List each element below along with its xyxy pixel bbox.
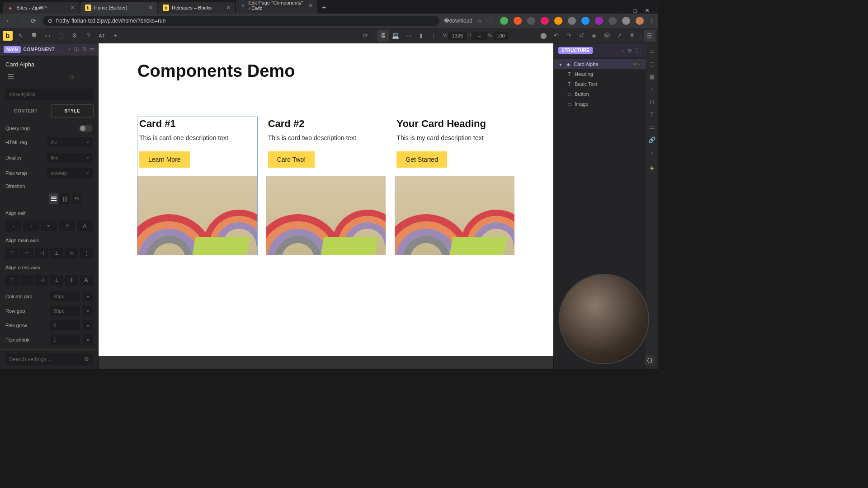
- aligncross-button[interactable]: ⊤: [5, 275, 19, 286]
- wordpress-icon[interactable]: ⓦ: [601, 30, 613, 42]
- tree-image[interactable]: ▭Image: [554, 99, 646, 109]
- laptop-icon[interactable]: 💻: [390, 30, 401, 42]
- card-button[interactable]: Card Two!: [268, 151, 315, 168]
- card-1[interactable]: Card #1 This is card one description tex…: [137, 117, 257, 255]
- desktop-icon[interactable]: 🖥: [377, 30, 389, 42]
- ext-icon[interactable]: [581, 17, 590, 25]
- tab-releases[interactable]: bReleases – Bricks✕: [158, 2, 235, 14]
- ext-icon[interactable]: [609, 17, 617, 25]
- alignmain-button[interactable]: ⋮: [80, 248, 93, 258]
- bookmark-icon[interactable]: ⬤: [538, 30, 549, 42]
- minimize-icon[interactable]: —: [619, 8, 624, 14]
- unit-icon[interactable]: ▾: [83, 291, 93, 301]
- alignself-button[interactable]: ⫠: [5, 221, 21, 231]
- settings-icon[interactable]: ⚙: [69, 30, 80, 42]
- tab-zipwp[interactable]: ◈Sites - ZipWP✕: [3, 2, 80, 14]
- code-braces-icon[interactable]: { }: [645, 355, 655, 365]
- expand-icon[interactable]: ⛶: [636, 47, 641, 54]
- chevron-down-icon[interactable]: ▾: [557, 62, 563, 67]
- direction-row-button[interactable]: |||: [60, 193, 70, 204]
- aligncross-button[interactable]: ⊥: [50, 275, 63, 286]
- unit-icon[interactable]: ▾: [83, 335, 93, 345]
- style-tab[interactable]: STYLE: [51, 104, 94, 117]
- close-icon[interactable]: ✕: [226, 5, 231, 11]
- card-button[interactable]: Get Started: [396, 151, 447, 168]
- export-icon[interactable]: ▭: [90, 46, 94, 53]
- add-icon[interactable]: +: [109, 30, 121, 42]
- content-tab[interactable]: CONTENT: [5, 104, 47, 117]
- close-icon[interactable]: ✕: [308, 2, 313, 9]
- new-tab-button[interactable]: +: [318, 2, 330, 14]
- layers-icon[interactable]: ◈: [588, 30, 600, 42]
- rail-div-icon[interactable]: ▫: [648, 85, 656, 93]
- ext-icon[interactable]: [595, 17, 603, 25]
- rail-section-icon[interactable]: ▭: [648, 47, 656, 55]
- bricks-logo[interactable]: b: [3, 31, 13, 41]
- more-breakpoints-icon[interactable]: ⋮: [428, 30, 439, 42]
- rail-image-icon[interactable]: ▫: [648, 148, 656, 156]
- block-icon[interactable]: ▢: [55, 30, 67, 42]
- direction-column-button[interactable]: [49, 193, 58, 204]
- tab-edit-page[interactable]: ⚙Edit Page "Components" ‹ Cwic✕: [236, 0, 317, 14]
- ext-icon[interactable]: [527, 17, 535, 25]
- undo-icon[interactable]: ↶: [550, 30, 562, 42]
- site-info-icon[interactable]: ⊙: [48, 18, 52, 24]
- alignmain-button[interactable]: ⊢: [20, 248, 33, 258]
- aligncross-button[interactable]: ⊢: [20, 275, 33, 286]
- tree-basictext[interactable]: TBasic Text: [554, 79, 646, 89]
- maximize-icon[interactable]: ▢: [632, 8, 637, 14]
- reload-icon[interactable]: ⟳: [31, 17, 36, 24]
- revisions-icon[interactable]: ↺: [576, 30, 587, 42]
- clone-icon[interactable]: ⧉: [83, 46, 86, 53]
- alignself-button[interactable]: ⫡: [59, 221, 75, 231]
- close-icon[interactable]: ✕: [148, 5, 153, 11]
- tab-home-builder[interactable]: bHome (Builder)✕: [80, 2, 157, 14]
- rail-link-icon[interactable]: 🔗: [648, 136, 656, 144]
- back-icon[interactable]: ←: [5, 17, 12, 24]
- back-component-icon[interactable]: ‹: [69, 46, 71, 53]
- height-input[interactable]: –: [472, 32, 487, 40]
- rail-container-icon[interactable]: ▢: [648, 60, 656, 68]
- alignmain-button[interactable]: ⊣: [35, 248, 48, 258]
- ext-icon[interactable]: [514, 17, 522, 25]
- aligncross-button[interactable]: ⊣: [35, 275, 48, 286]
- card-2[interactable]: Card #2 This is card two description tex…: [266, 117, 386, 255]
- info-icon[interactable]: ⓘ: [74, 46, 79, 53]
- css-class-input[interactable]: #brxe-hjbbko: [5, 89, 94, 100]
- ext-icon[interactable]: [554, 17, 562, 25]
- display-select[interactable]: flex▾: [47, 153, 93, 163]
- layout-tab-icon[interactable]: [5, 71, 48, 83]
- structure-toggle-icon[interactable]: ☰: [644, 30, 656, 42]
- close-window-icon[interactable]: ✕: [645, 8, 649, 14]
- container-icon[interactable]: ▭: [42, 30, 53, 42]
- alignself-button[interactable]: ⫞: [23, 221, 39, 231]
- external-icon[interactable]: ↗: [613, 30, 625, 42]
- gear-icon[interactable]: ⚙: [84, 356, 89, 362]
- ext-icon[interactable]: [568, 17, 576, 25]
- download-icon[interactable]: [622, 17, 630, 25]
- shield-icon[interactable]: ⛊: [28, 30, 40, 42]
- card-button[interactable]: Learn More: [139, 151, 190, 168]
- url-input[interactable]: ⊙ frothy-florian-tcd.zipwp.dev/home/?bri…: [42, 16, 439, 26]
- help-icon[interactable]: ?: [82, 30, 94, 42]
- flexwrap-select[interactable]: nowrap▾: [47, 168, 93, 178]
- tree-button[interactable]: ▭Button: [554, 89, 646, 99]
- star-icon[interactable]: ☆: [477, 18, 482, 24]
- width-input[interactable]: 1326: [448, 32, 467, 40]
- colgap-input[interactable]: 30px: [50, 291, 80, 301]
- person-tab-icon[interactable]: ⚇: [51, 71, 93, 83]
- tablet-icon[interactable]: ▭: [402, 30, 414, 42]
- alignmain-button[interactable]: ⊤: [5, 248, 19, 258]
- tree-heading[interactable]: THeading: [554, 69, 646, 79]
- target-icon[interactable]: ⊕: [627, 47, 632, 54]
- sync-icon[interactable]: ⟳: [359, 30, 371, 42]
- menu-icon[interactable]: ⋮: [649, 18, 655, 24]
- mobile-icon[interactable]: ▮: [415, 30, 427, 42]
- rail-text-icon[interactable]: T: [648, 110, 656, 118]
- profile-avatar[interactable]: [636, 17, 644, 25]
- ext-icon[interactable]: [500, 17, 508, 25]
- alignmain-button[interactable]: ≡: [65, 248, 78, 258]
- at-icon[interactable]: AT: [96, 30, 108, 42]
- ext-icon[interactable]: [486, 17, 495, 25]
- aligncross-button[interactable]: ⇕: [65, 275, 78, 286]
